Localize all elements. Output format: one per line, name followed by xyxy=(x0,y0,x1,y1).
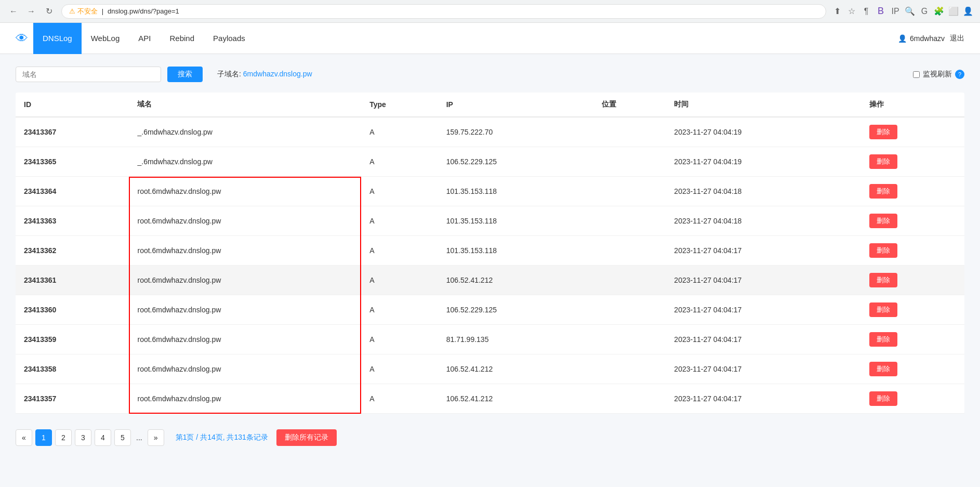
cell-ip: 101.35.153.118 xyxy=(438,177,594,206)
bookmark-icon[interactable]: ☆ xyxy=(846,6,857,17)
cell-domain: root.6mdwhazv.dnslog.pw xyxy=(129,325,361,354)
cell-id: 23413363 xyxy=(16,206,129,236)
cell-action: 删除 xyxy=(861,236,964,266)
browser-nav: ← → ↻ xyxy=(6,4,56,19)
cell-id: 23413360 xyxy=(16,295,129,325)
col-time: 时间 xyxy=(666,93,860,117)
nav-item-weblog[interactable]: WebLog xyxy=(82,23,129,54)
table-row: 23413358 root.6mdwhazv.dnslog.pw A 106.5… xyxy=(16,354,964,384)
subdomain-label: 子域名: xyxy=(217,70,241,78)
delete-button[interactable]: 删除 xyxy=(869,362,897,376)
monitor-label: 监视刷新 xyxy=(923,70,952,79)
cell-action: 删除 xyxy=(861,325,964,354)
share-icon[interactable]: ⬆ xyxy=(831,6,843,17)
cell-time: 2023-11-27 04:04:19 xyxy=(666,117,860,147)
page-button-4[interactable]: 4 xyxy=(95,429,111,446)
url-text: dnslog.pw/dns/?page=1 xyxy=(108,7,179,15)
refresh-button[interactable]: ↻ xyxy=(42,4,56,19)
cell-id: 23413362 xyxy=(16,236,129,266)
delete-button[interactable]: 删除 xyxy=(869,302,897,317)
cell-action: 删除 xyxy=(861,384,964,414)
delete-button[interactable]: 删除 xyxy=(869,154,897,169)
cell-time: 2023-11-27 04:04:17 xyxy=(666,236,860,266)
cell-time: 2023-11-27 04:04:17 xyxy=(666,354,860,384)
main-content: 搜索 子域名: 6mdwhazv.dnslog.pw 监视刷新 ? ID 域名 … xyxy=(0,54,980,487)
delete-all-button[interactable]: 删除所有记录 xyxy=(276,429,337,446)
page-button-3[interactable]: 3 xyxy=(75,429,91,446)
pagination-bar: « 1 2 3 4 5 ... » 第1页 / 共14页, 共131条记录 删除… xyxy=(16,424,964,451)
table-row: 23413362 root.6mdwhazv.dnslog.pw A 101.3… xyxy=(16,236,964,266)
cell-id: 23413358 xyxy=(16,354,129,384)
extension-icon1[interactable]: ¶ xyxy=(860,6,872,17)
extension-icon6[interactable]: 🧩 xyxy=(933,6,945,17)
next-page-button[interactable]: » xyxy=(148,429,164,446)
col-id: ID xyxy=(16,93,129,117)
delete-button[interactable]: 删除 xyxy=(869,125,897,139)
top-nav: 👁 DNSLog WebLog API Rebind Payloads 👤 6m… xyxy=(0,23,980,54)
monitor-checkbox[interactable] xyxy=(913,71,920,78)
cell-location xyxy=(593,147,666,177)
table-row: 23413364 root.6mdwhazv.dnslog.pw A 101.3… xyxy=(16,177,964,206)
nav-item-payloads[interactable]: Payloads xyxy=(204,23,255,54)
cell-id: 23413364 xyxy=(16,177,129,206)
table-container: ID 域名 Type IP 位置 时间 操作 23413367 _.6mdwha… xyxy=(16,93,964,414)
user-icon: 👤 xyxy=(898,34,907,43)
cell-time: 2023-11-27 04:04:19 xyxy=(666,147,860,177)
extension-icon3[interactable]: IP xyxy=(890,6,901,17)
search-button[interactable]: 搜索 xyxy=(167,67,203,82)
nav-right: 👤 6mdwhazv 退出 xyxy=(898,34,964,43)
table-row: 23413361 root.6mdwhazv.dnslog.pw A 106.5… xyxy=(16,266,964,295)
nav-item-rebind[interactable]: Rebind xyxy=(161,23,204,54)
nav-item-dnslog[interactable]: DNSLog xyxy=(33,23,82,54)
cell-domain: root.6mdwhazv.dnslog.pw xyxy=(129,354,361,384)
table-row: 23413367 _.6mdwhazv.dnslog.pw A 159.75.2… xyxy=(16,117,964,147)
table-row: 23413365 _.6mdwhazv.dnslog.pw A 106.52.2… xyxy=(16,147,964,177)
cell-action: 删除 xyxy=(861,354,964,384)
extension-icon5[interactable]: G xyxy=(919,6,930,17)
forward-button[interactable]: → xyxy=(24,4,38,19)
cell-domain: _.6mdwhazv.dnslog.pw xyxy=(129,117,361,147)
help-icon[interactable]: ? xyxy=(955,70,964,79)
address-separator: | xyxy=(102,7,103,15)
cell-location xyxy=(593,117,666,147)
cell-ip: 159.75.222.70 xyxy=(438,117,594,147)
delete-button[interactable]: 删除 xyxy=(869,214,897,228)
page-button-1[interactable]: 1 xyxy=(35,429,52,446)
extension-icon2[interactable]: B xyxy=(875,6,886,17)
cell-time: 2023-11-27 04:04:18 xyxy=(666,177,860,206)
delete-button[interactable]: 删除 xyxy=(869,391,897,406)
delete-button[interactable]: 删除 xyxy=(869,243,897,258)
cell-time: 2023-11-27 04:04:17 xyxy=(666,384,860,414)
cell-action: 删除 xyxy=(861,117,964,147)
cell-ip: 81.71.99.135 xyxy=(438,325,594,354)
logout-button[interactable]: 退出 xyxy=(950,34,964,43)
cell-ip: 101.35.153.118 xyxy=(438,206,594,236)
cell-domain: root.6mdwhazv.dnslog.pw xyxy=(129,177,361,206)
prev-page-button[interactable]: « xyxy=(16,429,32,446)
search-input[interactable] xyxy=(16,67,161,82)
cell-location xyxy=(593,236,666,266)
cell-type: A xyxy=(361,177,438,206)
subdomain-info: 子域名: 6mdwhazv.dnslog.pw xyxy=(217,70,312,79)
extension-icon7[interactable]: ⬜ xyxy=(948,6,959,17)
cell-location xyxy=(593,325,666,354)
nav-item-api[interactable]: API xyxy=(129,23,160,54)
delete-button[interactable]: 删除 xyxy=(869,332,897,347)
table-row: 23413363 root.6mdwhazv.dnslog.pw A 101.3… xyxy=(16,206,964,236)
browser-actions: ⬆ ☆ ¶ B IP 🔍 G 🧩 ⬜ 👤 xyxy=(831,6,974,17)
extension-icon4[interactable]: 🔍 xyxy=(904,6,916,17)
address-bar[interactable]: ⚠ 不安全 | dnslog.pw/dns/?page=1 xyxy=(61,4,826,19)
cell-ip: 106.52.41.212 xyxy=(438,266,594,295)
delete-button[interactable]: 删除 xyxy=(869,184,897,199)
page-button-5[interactable]: 5 xyxy=(114,429,131,446)
page-button-2[interactable]: 2 xyxy=(55,429,72,446)
username: 6mdwhazv xyxy=(910,34,945,43)
col-ip: IP xyxy=(438,93,594,117)
back-button[interactable]: ← xyxy=(6,4,21,19)
delete-button[interactable]: 删除 xyxy=(869,273,897,287)
cell-time: 2023-11-27 04:04:17 xyxy=(666,295,860,325)
cell-type: A xyxy=(361,206,438,236)
cell-location xyxy=(593,206,666,236)
profile-icon[interactable]: 👤 xyxy=(962,6,974,17)
cell-ip: 106.52.41.212 xyxy=(438,384,594,414)
